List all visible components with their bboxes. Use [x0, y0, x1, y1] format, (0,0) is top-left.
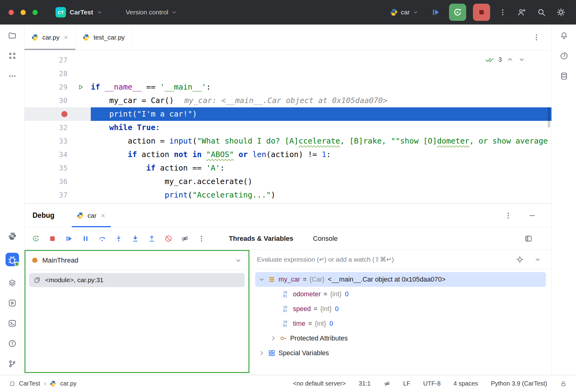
chevron-right-icon[interactable] — [258, 350, 265, 356]
pause-button[interactable] — [82, 235, 90, 243]
hide-panel-button[interactable] — [526, 210, 538, 221]
watch-bar[interactable]: Evaluate expression (↵) or add a watch (… — [250, 250, 551, 269]
statusbar-item[interactable]: 31:1 — [359, 380, 371, 387]
pin-watch-icon[interactable] — [516, 256, 524, 263]
restart-debug-button[interactable] — [449, 4, 466, 21]
gutter: 29 — [25, 80, 91, 94]
code-line-30[interactable]: 30 my_car = Car()my_car: <__main__.Car o… — [25, 94, 551, 107]
tool-debugger-button[interactable] — [5, 252, 20, 267]
code-line-29[interactable]: 29if __name__ == '__main__': — [25, 80, 551, 94]
statusbar-item[interactable]: <no default server> — [293, 380, 346, 387]
thread-selector[interactable]: MainThread — [25, 251, 248, 270]
stop-button[interactable] — [48, 235, 56, 243]
vcs-widget[interactable]: Version control — [126, 9, 177, 16]
code-with-me-button[interactable] — [515, 6, 528, 19]
tool-services-button[interactable] — [8, 279, 17, 287]
tool-database-button[interactable] — [560, 72, 568, 80]
chevron-up-icon[interactable] — [507, 56, 513, 63]
variable-row-odometer[interactable]: 1001odometer = {int}0 — [255, 287, 546, 302]
variable-name: Special Variables — [278, 349, 329, 357]
step-over-button[interactable] — [98, 235, 106, 243]
step-out-button[interactable] — [148, 235, 156, 243]
tool-version-control-button[interactable] — [8, 359, 17, 368]
close-icon[interactable] — [63, 35, 69, 40]
code-line-35[interactable]: 35 if action == 'A': — [25, 161, 551, 175]
chevron-right-icon[interactable] — [270, 335, 277, 342]
tool-structure-button[interactable] — [8, 52, 17, 60]
variable-row-my-car[interactable]: my_car = {Car}<__main__.Car object at 0x… — [255, 272, 546, 287]
eye-off-icon[interactable] — [384, 380, 390, 387]
variable-row-speed[interactable]: 1001speed = {int}0 — [255, 302, 546, 316]
gutter-slot — [71, 148, 91, 161]
step-into-button[interactable] — [115, 235, 123, 243]
resume-button[interactable] — [65, 235, 73, 243]
chevron-down-icon[interactable] — [534, 256, 541, 263]
variable-row-time[interactable]: 1001time = {int}0 — [255, 316, 546, 331]
breakpoint-icon[interactable] — [61, 111, 67, 117]
code-line-34[interactable]: 34 if action not in "ABOS" or len(action… — [25, 148, 551, 161]
inspections-widget[interactable]: 3 — [485, 55, 525, 64]
gutter-slot — [71, 161, 91, 175]
lock-icon[interactable] — [560, 380, 567, 387]
tab-options-button[interactable] — [531, 32, 542, 43]
chevron-down-icon[interactable] — [258, 276, 265, 283]
tab-console[interactable]: Console — [313, 235, 338, 243]
code-line-33[interactable]: 33 action = input("What should I do? [A]… — [25, 134, 551, 148]
layout-settings-button[interactable] — [524, 235, 532, 243]
run-line-icon[interactable] — [71, 80, 91, 94]
close-window-button[interactable] — [9, 10, 14, 15]
tool-python-console-button[interactable] — [8, 232, 17, 240]
frame-item[interactable]: <module>, car.py:31 — [29, 273, 245, 287]
code-text: action = input("What should I do? [A]cce… — [91, 134, 551, 148]
statusbar-item[interactable]: 4 spaces — [454, 380, 478, 387]
force-step-into-button[interactable] — [131, 235, 139, 243]
debug-options-button[interactable] — [502, 210, 514, 221]
project-widget[interactable]: CT CarTest — [56, 7, 102, 17]
field-binary-icon: 1001 — [282, 320, 290, 328]
editor-tab-test-car-py[interactable]: test_car.py — [76, 25, 132, 50]
code-line-37[interactable]: 37 print("Accelerating...") — [25, 188, 551, 202]
editor-scrollbar[interactable] — [548, 107, 550, 128]
hide-frames-button[interactable] — [181, 235, 189, 243]
rerun-button[interactable] — [32, 235, 40, 243]
tool-notifications-button[interactable] — [560, 31, 568, 40]
statusbar-item[interactable]: Python 3.9 (CarTest) — [491, 380, 547, 387]
zoom-window-button[interactable] — [33, 10, 38, 15]
tool-project-folder-button[interactable] — [8, 31, 17, 40]
close-icon[interactable] — [100, 213, 106, 218]
stop-icon — [48, 235, 56, 243]
chevron-down-icon[interactable] — [518, 56, 525, 63]
search-everywhere-button[interactable] — [535, 6, 548, 19]
tool-ai-assistant-button[interactable] — [560, 52, 568, 60]
breadcrumb[interactable]: CarTest › car.py — [9, 380, 77, 388]
tool-terminal-button[interactable] — [8, 319, 17, 328]
variable-row-protected-attributes[interactable]: Protected Attributes — [255, 331, 546, 346]
tool-more-tools-button[interactable] — [8, 72, 17, 80]
kebab-icon — [499, 8, 507, 16]
code-line-36[interactable]: 36 my_car.accelerate() — [25, 175, 551, 188]
code-line-27[interactable]: 27 — [25, 53, 551, 67]
settings-button[interactable] — [555, 6, 567, 19]
chevron-down-icon[interactable] — [235, 257, 242, 264]
statusbar-item[interactable]: LF — [403, 380, 410, 387]
breadcrumb-project[interactable]: CarTest — [19, 380, 40, 387]
tool-run-tool-button[interactable] — [8, 299, 17, 307]
mute-breakpoints-button[interactable] — [164, 235, 172, 243]
variable-row-special-variables[interactable]: Special Variables — [255, 346, 546, 360]
code-line-31[interactable]: print("I'm a car!") — [25, 107, 551, 121]
statusbar-item[interactable]: UTF-8 — [423, 380, 441, 387]
more-actions-button[interactable] — [497, 6, 509, 18]
run-button[interactable] — [429, 6, 442, 19]
run-config-selector[interactable]: car — [390, 8, 418, 16]
tool-problems-button[interactable] — [8, 339, 17, 348]
debug-session-tab[interactable]: car — [72, 204, 111, 227]
code-line-32[interactable]: 32 while True: — [25, 121, 551, 134]
code-editor[interactable]: 272829if __name__ == '__main__':30 my_ca… — [25, 50, 551, 204]
minimize-window-button[interactable] — [21, 10, 26, 15]
more-button[interactable] — [198, 235, 205, 243]
stop-button[interactable] — [473, 4, 490, 21]
editor-tab-car-py[interactable]: car.py — [25, 25, 76, 50]
tab-threads-variables[interactable]: Threads & Variables — [229, 235, 293, 243]
breadcrumb-file[interactable]: car.py — [60, 380, 76, 387]
code-line-28[interactable]: 28 — [25, 67, 551, 80]
